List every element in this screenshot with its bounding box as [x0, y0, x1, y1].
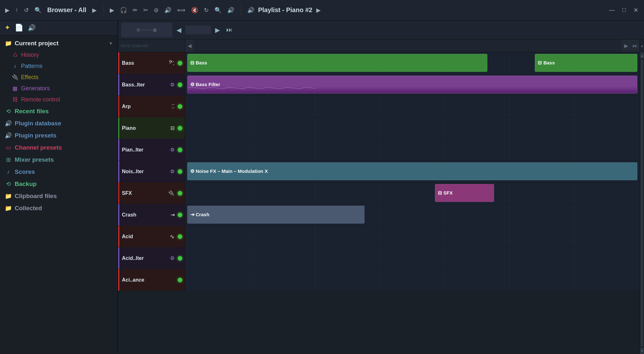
track-led-aciance[interactable]: [178, 278, 182, 282]
track-led-bass[interactable]: [178, 61, 182, 65]
sidebar-item-remote-control[interactable]: ⛓ Remote control: [0, 94, 117, 105]
scroll-end-btn[interactable]: ⏭: [224, 25, 235, 35]
minimize-button[interactable]: —: [606, 5, 617, 15]
track-label-acid[interactable]: Acid ∿: [118, 226, 185, 247]
track-led-arp[interactable]: [178, 104, 182, 109]
sidebar-item-collected[interactable]: 📁 Collected: [0, 202, 117, 214]
track-label-sfx[interactable]: SFX 🔌: [118, 182, 185, 204]
track-content-piano[interactable]: [185, 117, 640, 139]
pl-pen-btn[interactable]: ✏: [131, 5, 139, 15]
sidebar-item-plugin-presets[interactable]: 🔊 Plugin presets: [0, 129, 117, 142]
pl-loop-btn[interactable]: ↻: [202, 5, 211, 15]
track-led-piano-filter[interactable]: [178, 148, 182, 152]
current-project-section[interactable]: 📁 Current project ▼: [0, 37, 117, 49]
track-led-noise-filter[interactable]: [178, 169, 182, 174]
track-content-arp[interactable]: [185, 96, 640, 117]
cell: [185, 226, 250, 247]
sidebar-item-channel-presets[interactable]: ▭ Channel presets: [0, 142, 117, 154]
track-name-crash: Crash: [122, 212, 136, 218]
track-label-piano[interactable]: Piano ⊟: [118, 117, 185, 139]
pl-zoom-btn[interactable]: 🔍: [213, 5, 223, 15]
track-content-noise-filter[interactable]: ⚙ Noise FX – Main – Modulation X: [185, 161, 640, 182]
track-led-acid[interactable]: [178, 234, 182, 239]
track-led-sfx[interactable]: [178, 191, 182, 195]
cell: [185, 269, 250, 291]
pl-nosign-btn[interactable]: ⊘: [152, 5, 161, 15]
clip-bass-2[interactable]: ⊟ Bass: [535, 54, 637, 72]
clip-crash[interactable]: ⇥ Crash: [187, 206, 364, 224]
sidebar-item-generators[interactable]: ▦ Generators: [0, 83, 117, 94]
sidebar-item-effects[interactable]: 🔌 Effects: [0, 72, 117, 83]
clip-noise-fx[interactable]: ⚙ Noise FX – Main – Modulation X: [187, 162, 637, 180]
clip-bass-1[interactable]: ⊟ Bass: [187, 54, 487, 72]
pl-arrows-btn[interactable]: ⟺: [175, 5, 187, 15]
pl-speaker-btn[interactable]: 🔊: [162, 5, 173, 15]
track-name-sfx: SFX: [122, 190, 132, 196]
timeline-scroll-end[interactable]: ⏭: [631, 40, 640, 52]
file-icon[interactable]: 📄: [15, 24, 23, 32]
playlist-speaker-btn[interactable]: 🔊: [245, 5, 256, 15]
track-label-noise-filter[interactable]: Nois..lter ⚙: [118, 161, 185, 182]
pl-headphones-btn[interactable]: 🎧: [118, 5, 129, 15]
timeline-numbers: ◀ 1 2 3 4 5 6 7 ▶ ⏭: [185, 40, 640, 52]
sidebar-item-backup[interactable]: ⟲ Backup: [0, 178, 117, 190]
sidebar-item-clipboard-files[interactable]: 📁 Clipboard files: [0, 190, 117, 202]
timeline-scroll-right[interactable]: ▶: [622, 40, 631, 52]
pl-vol-btn[interactable]: 🔊: [225, 5, 236, 15]
clip-bass-filter[interactable]: ⚙ Bass Filter: [187, 76, 637, 93]
star-icon[interactable]: ✦: [4, 24, 10, 32]
sidebar-item-mixer-presets[interactable]: ⊞ Mixer presets: [0, 154, 117, 166]
track-label-piano-filter[interactable]: Pian..lter ⚙: [118, 139, 185, 160]
effects-icon: 🔌: [11, 74, 19, 81]
play-button[interactable]: ▶: [3, 5, 11, 15]
track-led-bass-filter[interactable]: [178, 83, 182, 87]
close-button[interactable]: ✕: [631, 5, 641, 15]
clip-sfx[interactable]: ⊟ SFX: [435, 184, 494, 202]
vertical-scrollbar[interactable]: ▲ ▼: [640, 52, 644, 354]
track-content-bass-filter[interactable]: ⚙ Bass Filter: [185, 74, 640, 95]
scroll-left-btn[interactable]: ◀: [174, 25, 183, 35]
search-button[interactable]: 🔍: [33, 5, 43, 15]
timeline-scroll-left[interactable]: ◀: [185, 40, 194, 52]
track-content-aciance[interactable]: [185, 269, 640, 291]
track-label-acid-filter[interactable]: Acid..lter ⚙: [118, 247, 185, 269]
pl-cut-btn[interactable]: ✂: [141, 5, 150, 15]
pl-mute-btn[interactable]: 🔇: [189, 5, 200, 15]
track-content-bass[interactable]: ⊟ Bass ⊟ Bass: [185, 52, 640, 74]
cell: [185, 247, 250, 269]
scroll-up-btn[interactable]: ▲: [640, 52, 644, 59]
sidebar-item-patterns[interactable]: ♪ Patterns: [0, 61, 117, 72]
speaker-icon[interactable]: 🔊: [28, 24, 36, 32]
track-content-acid[interactable]: [185, 226, 640, 247]
track-content-sfx[interactable]: ⊟ SFX: [185, 182, 640, 204]
sidebar-item-plugin-database[interactable]: 🔊 Plugin database: [0, 117, 117, 129]
up-button[interactable]: ↑: [13, 5, 20, 15]
browser-arrow-button[interactable]: ▶: [90, 5, 99, 15]
track-label-bass[interactable]: Bass 𝄢:: [118, 52, 185, 74]
track-content-crash[interactable]: ⇥ Crash: [185, 204, 640, 225]
track-led-crash[interactable]: [178, 213, 182, 217]
track-label-crash[interactable]: Crash ⇥: [118, 204, 185, 225]
track-label-bass-filter[interactable]: Bass..lter ⚙: [118, 74, 185, 95]
track-led-acid-filter[interactable]: [178, 256, 182, 261]
track-row-acid-filter: Acid..lter ⚙: [118, 247, 640, 269]
scroll-right-btn[interactable]: ▶: [213, 25, 222, 35]
maximize-button[interactable]: □: [620, 5, 628, 15]
track-content-piano-filter[interactable]: [185, 139, 640, 160]
sidebar-item-history[interactable]: ♺ History: [0, 49, 117, 61]
patterns-icon: ♪: [11, 63, 19, 70]
scroll-thumb[interactable]: [640, 59, 643, 347]
scroll-down-btn[interactable]: ▼: [640, 348, 644, 354]
browser-title: Browser - All: [47, 6, 86, 14]
pl-play-btn[interactable]: ▶: [108, 5, 116, 15]
cell: [250, 139, 315, 160]
track-led-piano[interactable]: [178, 126, 182, 130]
track-label-arp[interactable]: Arp ⁚⁚: [118, 96, 185, 117]
divider-1: [103, 4, 103, 16]
undo-button[interactable]: ↺: [22, 5, 31, 15]
playlist-arrow-btn[interactable]: ▶: [314, 5, 323, 15]
track-label-aciance[interactable]: Aci..ance: [118, 269, 185, 291]
track-content-acid-filter[interactable]: [185, 247, 640, 269]
sidebar-item-scores[interactable]: ♪ Scores: [0, 166, 117, 178]
sidebar-item-recent-files[interactable]: ⟲ Recent files: [0, 105, 117, 117]
